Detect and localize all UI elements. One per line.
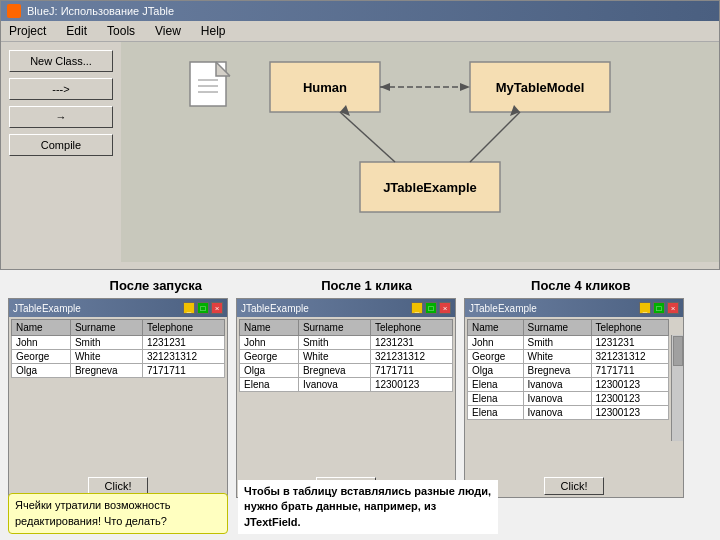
comment-right: Чтобы в таблицу вставлялись разные люди,… [238, 480, 498, 534]
col-name-3: Name [468, 320, 524, 336]
table-row: OlgaBregneva7171711 [468, 364, 669, 378]
svg-text:MyTableModel: MyTableModel [496, 80, 585, 95]
table-row: OlgaBregneva7171711 [12, 364, 225, 378]
diagram-svg: Human MyTableModel JTableExample [121, 42, 719, 262]
minimize-btn-2[interactable]: _ [411, 302, 423, 314]
table-row: JohnSmith1231231 [240, 336, 453, 350]
svg-line-16 [470, 112, 520, 162]
bluej-content: New Class... ---> → Compile Human MyTabl… [1, 42, 719, 262]
svg-text:JTableExample: JTableExample [383, 180, 477, 195]
menu-edit[interactable]: Edit [62, 23, 91, 39]
jtable-window-3: JTableExample _ □ × Name Surname Telepho… [464, 298, 684, 498]
menubar: Project Edit Tools View Help [1, 21, 719, 42]
arrow1-button[interactable]: ---> [9, 78, 113, 100]
col-surname-2: Surname [298, 320, 370, 336]
bluej-icon [7, 4, 21, 18]
menu-project[interactable]: Project [5, 23, 50, 39]
col-name-2: Name [240, 320, 299, 336]
table-row: ElenaIvanova12300123 [468, 406, 669, 420]
jtable-titlebar-1: JTableExample _ □ × [9, 299, 227, 317]
jtable-content-1: Name Surname Telephone JohnSmith1231231 … [9, 317, 227, 469]
comment-right-text: Чтобы в таблицу вставлялись разные люди,… [244, 485, 491, 528]
data-table-1: Name Surname Telephone JohnSmith1231231 … [11, 319, 225, 378]
jtable-content-3: Name Surname Telephone JohnSmith1231231 … [465, 317, 683, 469]
scrollbar-thumb-3[interactable] [673, 336, 683, 366]
arrow2-button[interactable]: → [9, 106, 113, 128]
diagram-area: Human MyTableModel JTableExample [121, 42, 719, 262]
minimize-btn-1[interactable]: _ [183, 302, 195, 314]
new-class-button[interactable]: New Class... [9, 50, 113, 72]
col-telephone-3: Telephone [591, 320, 668, 336]
menu-help[interactable]: Help [197, 23, 230, 39]
table-row: GeorgeWhite321231312 [12, 350, 225, 364]
table-row: GeorgeWhite321231312 [240, 350, 453, 364]
jtable-title-3: JTableExample [469, 303, 537, 314]
jtable-content-2: Name Surname Telephone JohnSmith1231231 … [237, 317, 455, 469]
jtable-title-2: JTableExample [241, 303, 309, 314]
data-table-2: Name Surname Telephone JohnSmith1231231 … [239, 319, 453, 392]
svg-marker-13 [460, 83, 470, 91]
col-name-1: Name [12, 320, 71, 336]
left-panel: New Class... ---> → Compile [1, 42, 121, 262]
scrollbar-vertical-3[interactable] [671, 335, 683, 441]
jtable-title-1: JTableExample [13, 303, 81, 314]
svg-marker-12 [380, 83, 390, 91]
table-row: ElenaIvanova12300123 [468, 378, 669, 392]
win-controls-1: _ □ × [183, 302, 223, 314]
label-second: После 1 клика [321, 278, 412, 293]
close-btn-2[interactable]: × [439, 302, 451, 314]
table-row: JohnSmith1231231 [12, 336, 225, 350]
bluej-window: BlueJ: Использование JTable Project Edit… [0, 0, 720, 270]
window-title: BlueJ: Использование JTable [27, 5, 174, 17]
jtable-titlebar-3: JTableExample _ □ × [465, 299, 683, 317]
win-controls-2: _ □ × [411, 302, 451, 314]
col-telephone-1: Telephone [142, 320, 224, 336]
click-button-3[interactable]: Click! [544, 477, 605, 495]
menu-view[interactable]: View [151, 23, 185, 39]
close-btn-1[interactable]: × [211, 302, 223, 314]
comment-left: Ячейки утратили возможность редактирован… [8, 493, 228, 534]
subwindows-row: JTableExample _ □ × Name Surname Telepho… [0, 298, 720, 498]
data-table-3: Name Surname Telephone JohnSmith1231231 … [467, 319, 669, 420]
table-row: ElenaIvanova12300123 [240, 378, 453, 392]
comment-left-text: Ячейки утратили возможность редактирован… [15, 499, 170, 526]
col-telephone-2: Telephone [370, 320, 452, 336]
maximize-btn-3[interactable]: □ [653, 302, 665, 314]
compile-button[interactable]: Compile [9, 134, 113, 156]
maximize-btn-1[interactable]: □ [197, 302, 209, 314]
labels-section: После запуска После 1 клика После 4 клик… [0, 270, 720, 297]
comment-right-bubble: Чтобы в таблицу вставлялись разные люди,… [238, 480, 498, 534]
col-surname-1: Surname [70, 320, 142, 336]
jtable-titlebar-2: JTableExample _ □ × [237, 299, 455, 317]
comment-left-bubble: Ячейки утратили возможность редактирован… [8, 493, 228, 534]
table-row: OlgaBregneva7171711 [240, 364, 453, 378]
label-third: После 4 кликов [531, 278, 630, 293]
minimize-btn-3[interactable]: _ [639, 302, 651, 314]
jtable-window-1: JTableExample _ □ × Name Surname Telepho… [8, 298, 228, 498]
table-row: ElenaIvanova12300123 [468, 392, 669, 406]
svg-line-14 [340, 112, 395, 162]
menu-tools[interactable]: Tools [103, 23, 139, 39]
win-controls-3: _ □ × [639, 302, 679, 314]
table-row: JohnSmith1231231 [468, 336, 669, 350]
close-btn-3[interactable]: × [667, 302, 679, 314]
label-first: После запуска [110, 278, 203, 293]
table-row: GeorgeWhite321231312 [468, 350, 669, 364]
svg-text:Human: Human [303, 80, 347, 95]
bluej-titlebar: BlueJ: Использование JTable [1, 1, 719, 21]
col-surname-3: Surname [523, 320, 591, 336]
maximize-btn-2[interactable]: □ [425, 302, 437, 314]
jtable-window-2: JTableExample _ □ × Name Surname Telepho… [236, 298, 456, 498]
